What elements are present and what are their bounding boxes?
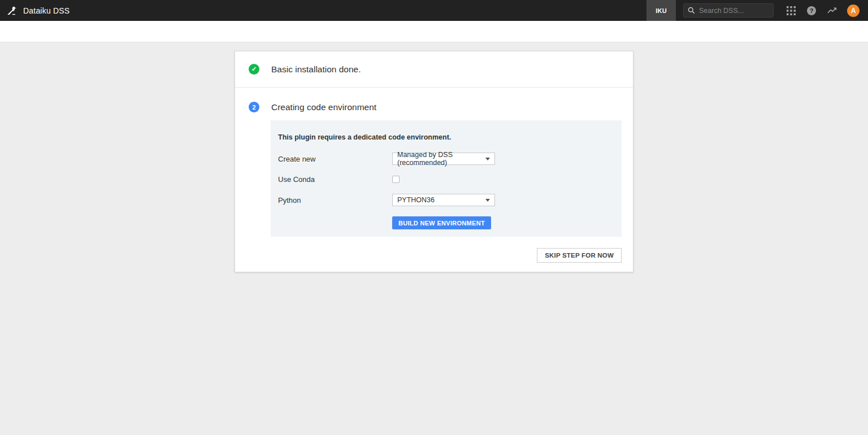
activity-icon[interactable]: [827, 6, 837, 15]
create-new-selected-value: Managed by DSS (recommended): [397, 151, 481, 167]
apps-grid-icon[interactable]: [787, 6, 796, 15]
step-basic-installation: ✓ Basic installation done.: [235, 51, 633, 87]
step2-number-badge: 2: [249, 102, 259, 112]
form-row-create-new: Create new Managed by DSS (recommended): [278, 153, 614, 165]
use-conda-label: Use Conda: [278, 175, 392, 184]
form-row-python: Python PYTHON36: [278, 194, 614, 206]
create-new-label: Create new: [278, 155, 392, 163]
subheader-strip: [0, 21, 868, 42]
dataiku-bird-icon: [6, 5, 18, 16]
code-env-form-panel: This plugin requires a dedicated code en…: [271, 120, 622, 237]
form-row-use-conda: Use Conda: [278, 175, 614, 184]
chevron-down-icon: [485, 158, 490, 160]
brand[interactable]: Dataiku DSS: [0, 0, 70, 21]
skip-step-button[interactable]: SKIP STEP FOR NOW: [537, 248, 622, 263]
project-tab-iku[interactable]: IKU: [646, 0, 676, 21]
top-navbar: Dataiku DSS IKU ?: [0, 0, 868, 21]
panel-intro-text: This plugin requires a dedicated code en…: [278, 133, 614, 141]
search-box[interactable]: [683, 3, 774, 18]
python-label: Python: [278, 196, 392, 205]
search-icon: [688, 7, 695, 14]
card-footer: SKIP STEP FOR NOW: [235, 237, 633, 272]
navbar-right: IKU ? A: [646, 0, 868, 21]
main-area: ✓ Basic installation done. 2 Creating co…: [0, 42, 868, 272]
step1-label: Basic installation done.: [271, 64, 361, 75]
chevron-down-icon: [485, 199, 490, 202]
help-icon[interactable]: ?: [807, 6, 816, 15]
use-conda-checkbox[interactable]: [392, 176, 400, 183]
build-new-environment-button[interactable]: BUILD NEW ENVIRONMENT: [392, 216, 491, 229]
python-selected-value: PYTHON36: [397, 196, 435, 204]
step2-header: 2 Creating code environment: [235, 88, 633, 112]
plugin-install-wizard-card: ✓ Basic installation done. 2 Creating co…: [235, 51, 633, 272]
search-input[interactable]: [699, 7, 769, 15]
python-select[interactable]: PYTHON36: [392, 194, 495, 206]
user-avatar[interactable]: A: [847, 5, 860, 17]
app-title: Dataiku DSS: [23, 6, 70, 15]
create-new-select[interactable]: Managed by DSS (recommended): [392, 153, 495, 165]
step-creating-code-env: 2 Creating code environment This plugin …: [235, 88, 633, 237]
check-icon: ✓: [249, 64, 259, 75]
step2-title: Creating code environment: [271, 102, 376, 112]
